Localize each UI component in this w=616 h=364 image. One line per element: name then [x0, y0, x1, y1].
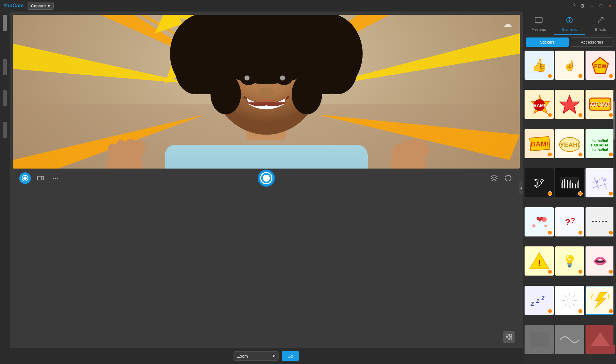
- accessories-tab[interactable]: Accessories: [571, 37, 614, 47]
- sticker-lightning-selected[interactable]: [586, 286, 615, 315]
- zoom-dropdown-icon: ▾: [273, 354, 275, 359]
- svg-point-41: [292, 74, 322, 114]
- toolbar-center: [258, 170, 275, 187]
- right-panel-scrollbar[interactable]: [613, 82, 615, 345]
- sticker-sparkle[interactable]: [586, 168, 615, 197]
- video-mode-button[interactable]: [35, 172, 46, 184]
- left-tool-3[interactable]: [3, 90, 7, 106]
- svg-rect-49: [38, 176, 42, 180]
- reset-button[interactable]: [503, 173, 513, 183]
- sticker-like[interactable]: 👍: [525, 51, 554, 80]
- sticker-question[interactable]: ? ?: [555, 207, 584, 236]
- window-controls: — □ ✕: [589, 3, 613, 8]
- sticker-haha[interactable]: ha!ha!ha! HA!HA!HA! ha!ha!ha!: [586, 129, 615, 158]
- sticker-wow[interactable]: WOW!: [586, 90, 615, 119]
- zoom-select[interactable]: Zoom ▾: [234, 351, 278, 361]
- sticker-yeah[interactable]: YEAH!: [555, 129, 584, 158]
- sticker-badge: [578, 269, 583, 274]
- sticker-preview2[interactable]: [555, 325, 584, 354]
- more-options-button[interactable]: ⋯: [50, 172, 62, 184]
- sticker-wave[interactable]: [555, 168, 584, 197]
- svg-text:ha!ha!ha!: ha!ha!ha!: [592, 148, 608, 152]
- svg-text:BAM!: BAM!: [530, 140, 549, 148]
- left-tool-4[interactable]: [3, 122, 7, 138]
- scrollbar-thumb[interactable]: [613, 101, 615, 140]
- elements-label: Elements: [562, 28, 577, 31]
- sticker-punch[interactable]: POW: [586, 51, 615, 80]
- svg-point-38: [175, 44, 216, 94]
- meetings-label: Meetings: [532, 28, 546, 31]
- svg-point-91: [593, 187, 595, 188]
- cloud-icon[interactable]: ☁: [503, 19, 516, 28]
- sticker-dots[interactable]: •••••: [586, 207, 615, 236]
- svg-point-90: [604, 178, 606, 181]
- sticker-badge: [609, 309, 613, 313]
- collapse-panel-button[interactable]: ◀: [519, 181, 523, 194]
- capture-dropdown[interactable]: Capture ▾: [28, 2, 54, 10]
- sticker-zzz[interactable]: Z Z Z: [525, 286, 554, 315]
- stickers-tab[interactable]: Stickers: [526, 37, 569, 47]
- svg-text:Z: Z: [530, 301, 535, 307]
- title-bar-left: YouCam Capture ▾: [3, 2, 54, 10]
- sticker-preview3[interactable]: [586, 325, 615, 354]
- svg-text:ha!ha!ha!: ha!ha!ha!: [592, 139, 608, 143]
- minimize-button[interactable]: —: [589, 3, 595, 8]
- svg-line-111: [565, 304, 567, 306]
- svg-point-93: [542, 217, 547, 222]
- effect-overlay: [13, 15, 520, 169]
- svg-point-46: [259, 87, 274, 95]
- help-icon[interactable]: ?: [573, 3, 576, 9]
- sticker-bam[interactable]: BAM!: [525, 129, 554, 158]
- svg-line-110: [573, 295, 575, 297]
- sticker-badge: [578, 113, 583, 117]
- svg-rect-115: [530, 332, 549, 347]
- right-nav: Meetings Elements Effect: [523, 12, 616, 35]
- sticker-badge: [609, 152, 613, 157]
- nav-elements[interactable]: Elements: [554, 14, 585, 35]
- nav-meetings[interactable]: Meetings: [523, 14, 554, 35]
- svg-point-48: [23, 177, 27, 180]
- video-viewport: ☁: [13, 15, 520, 169]
- effects-icon: [596, 16, 605, 26]
- svg-rect-50: [506, 334, 508, 336]
- svg-rect-54: [535, 17, 542, 22]
- go-button[interactable]: Go: [282, 351, 299, 361]
- sticker-lips[interactable]: 👄: [586, 246, 615, 276]
- svg-line-87: [602, 177, 607, 189]
- grid-view-button[interactable]: [503, 331, 515, 343]
- svg-line-109: [573, 304, 575, 306]
- left-panel: [0, 12, 10, 364]
- layers-button[interactable]: [489, 173, 499, 183]
- sticker-star[interactable]: [555, 90, 584, 119]
- svg-point-94: [532, 224, 535, 228]
- title-bar: YouCam Capture ▾ ? ⚙ — □ ✕: [0, 0, 616, 12]
- svg-line-113: [592, 294, 592, 298]
- toolbar-right: [489, 173, 513, 183]
- sticker-badge: [578, 191, 583, 196]
- sticker-badge: [578, 309, 583, 313]
- nav-effects[interactable]: Effects: [585, 14, 616, 35]
- svg-point-45: [280, 75, 285, 80]
- sticker-rain[interactable]: ❤: [525, 207, 554, 236]
- maximize-button[interactable]: □: [598, 3, 604, 8]
- sticker-badge: [548, 113, 552, 117]
- photo-mode-button[interactable]: [19, 172, 31, 184]
- left-tool-1[interactable]: [3, 15, 7, 31]
- capture-button[interactable]: [258, 170, 275, 187]
- sticker-exclaim[interactable]: !: [525, 246, 554, 276]
- sticker-hand[interactable]: ☝: [555, 51, 584, 80]
- sticker-badge: [609, 269, 613, 274]
- main-layout: ☁ ⋯: [0, 12, 616, 364]
- settings-icon[interactable]: ⚙: [580, 3, 585, 9]
- left-tool-2[interactable]: [3, 59, 7, 75]
- sticker-bulb[interactable]: 💡: [555, 246, 584, 276]
- sticker-boom[interactable]: BAM!: [525, 90, 554, 119]
- capture-label: Capture: [31, 4, 46, 8]
- sticker-bird[interactable]: 🕊: [525, 168, 554, 197]
- svg-rect-17: [165, 145, 368, 169]
- sticker-preview1[interactable]: [525, 325, 554, 354]
- close-button[interactable]: ✕: [607, 3, 613, 8]
- dropdown-arrow-icon: ▾: [48, 4, 50, 8]
- sticker-rays[interactable]: [555, 286, 584, 315]
- svg-marker-112: [595, 292, 607, 309]
